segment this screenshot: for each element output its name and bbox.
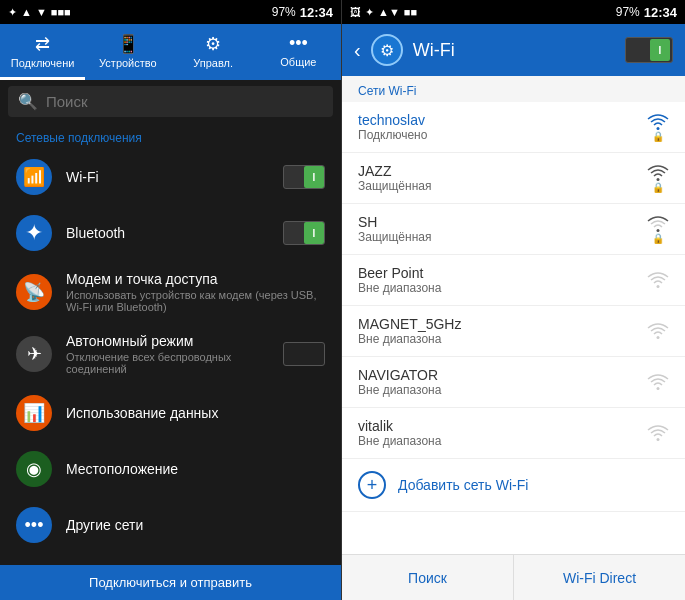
menu-item-bluetooth[interactable]: ✦ Bluetooth I	[0, 205, 341, 261]
tethering-menu-icon: 📡	[16, 274, 52, 310]
battery-text: 97%	[272, 5, 296, 19]
magnet-text: MAGNET_5GHz Вне диапазона	[358, 316, 647, 346]
beer-point-text: Beer Point Вне диапазона	[358, 265, 647, 295]
wifi-network-sh[interactable]: SH Защищённая 🔒	[342, 204, 685, 255]
add-network-label: Добавить сеть Wi-Fi	[398, 477, 528, 493]
wifi-network-navigator[interactable]: NAVIGATOR Вне диапазона	[342, 357, 685, 408]
menu-item-location[interactable]: ◉ Местоположение	[0, 441, 341, 497]
technoslav-signal-icon: 🔒	[647, 113, 669, 142]
svg-point-5	[657, 387, 660, 390]
search-input[interactable]	[46, 93, 323, 110]
data-usage-title: Использование данных	[66, 405, 325, 421]
technoslav-name: technoslav	[358, 112, 647, 128]
vitalik-signal-icon	[647, 424, 669, 442]
back-button[interactable]: ‹	[354, 39, 361, 62]
wifi-main-toggle[interactable]: I	[625, 37, 673, 63]
time-left: 12:34	[300, 5, 333, 20]
wifi-network-technoslav[interactable]: technoslav Подключено 🔒	[342, 102, 685, 153]
tethering-icon: 📡	[23, 281, 45, 303]
tab-connections-label: Подключени	[11, 57, 75, 69]
svg-point-0	[657, 127, 660, 130]
sh-signal-icon: 🔒	[647, 215, 669, 244]
technoslav-text: technoslav Подключено	[358, 112, 647, 142]
wifi-icon: 📶	[23, 166, 45, 188]
menu-item-tethering[interactable]: 📡 Модем и точка доступа Использовать уст…	[0, 261, 341, 323]
wifi-settings-icon: ⚙	[371, 34, 403, 66]
magnet-status: Вне диапазона	[358, 332, 647, 346]
wifi-toggle-knob: I	[304, 166, 324, 188]
wifi-title: Wi-Fi	[66, 169, 269, 185]
bluetooth-status-icon: ✦	[8, 6, 17, 19]
bottom-bar-left[interactable]: Подключиться и отправить	[0, 565, 341, 600]
wifi-network-beer-point[interactable]: Beer Point Вне диапазона	[342, 255, 685, 306]
tab-manage[interactable]: ⚙ Управл.	[171, 24, 256, 80]
right-bt-icon: ✦	[365, 6, 374, 19]
svg-point-4	[657, 336, 660, 339]
data-usage-menu-text: Использование данных	[66, 405, 325, 421]
right-wifi-icon: ▲▼	[378, 6, 400, 19]
location-menu-icon: ◉	[16, 451, 52, 487]
wifi-toggle[interactable]: I	[283, 165, 325, 189]
menu-item-wifi[interactable]: 📶 Wi-Fi I	[0, 149, 341, 205]
jazz-signal-icon: 🔒	[647, 164, 669, 193]
left-status-bar: ✦ ▲ ▼ ■■■ 97% 12:34	[0, 0, 341, 24]
technoslav-status: Подключено	[358, 128, 647, 142]
right-panel: 🖼 ✦ ▲▼ ■■ 97% 12:34 ‹ ⚙ Wi-Fi I Сети Wi-…	[342, 0, 685, 600]
svg-point-1	[657, 178, 660, 181]
bluetooth-toggle[interactable]: I	[283, 221, 325, 245]
tab-connections[interactable]: ⇄ Подключени	[0, 24, 85, 80]
wifi-network-vitalik[interactable]: vitalik Вне диапазона	[342, 408, 685, 459]
bluetooth-menu-text: Bluetooth	[66, 225, 269, 241]
airplane-menu-text: Автономный режим Отключение всех беспров…	[66, 333, 269, 375]
tab-bar: ⇄ Подключени 📱 Устройство ⚙ Управл. ••• …	[0, 24, 341, 80]
device-icon: 📱	[117, 33, 139, 55]
vitalik-status: Вне диапазона	[358, 434, 647, 448]
lock-icon-sh: 🔒	[652, 233, 664, 244]
bluetooth-icon: ✦	[25, 220, 43, 246]
vitalik-name: vitalik	[358, 418, 647, 434]
right-signal-icon: ■■	[404, 6, 417, 19]
tab-manage-label: Управл.	[193, 57, 233, 69]
sh-name: SH	[358, 214, 647, 230]
menu-item-other-networks[interactable]: ••• Другие сети	[0, 497, 341, 553]
search-button[interactable]: Поиск	[342, 555, 514, 600]
navigator-text: NAVIGATOR Вне диапазона	[358, 367, 647, 397]
airplane-toggle[interactable]	[283, 342, 325, 366]
magnet-name: MAGNET_5GHz	[358, 316, 647, 332]
magnet-signal-icon	[647, 322, 669, 340]
wifi-direct-button[interactable]: Wi-Fi Direct	[514, 555, 685, 600]
signal-icon: ■■■	[51, 6, 71, 18]
bluetooth-toggle-knob: I	[304, 222, 324, 244]
lock-icon-technoslav: 🔒	[652, 131, 664, 142]
toggle-knob: I	[650, 39, 670, 61]
sh-status: Защищённая	[358, 230, 647, 244]
tab-device[interactable]: 📱 Устройство	[85, 24, 170, 80]
bottom-bar-label: Подключиться и отправить	[89, 575, 252, 590]
location-title: Местоположение	[66, 461, 325, 477]
wifi-status-icon: ▲	[21, 6, 32, 18]
svg-point-2	[657, 229, 660, 232]
location-icon: ◉	[26, 458, 42, 480]
connections-icon: ⇄	[35, 33, 50, 55]
jazz-text: JAZZ Защищённая	[358, 163, 647, 193]
tethering-subtitle: Использовать устройство как модем (через…	[66, 289, 325, 313]
airplane-menu-icon: ✈	[16, 336, 52, 372]
add-network-button[interactable]: + Добавить сеть Wi-Fi	[342, 459, 685, 512]
general-icon: •••	[289, 33, 308, 54]
navigator-status: Вне диапазона	[358, 383, 647, 397]
bluetooth-menu-icon: ✦	[16, 215, 52, 251]
gear-icon: ⚙	[380, 41, 394, 60]
tab-general[interactable]: ••• Общие	[256, 24, 341, 80]
sh-text: SH Защищённая	[358, 214, 647, 244]
right-image-icon: 🖼	[350, 6, 361, 19]
bottom-buttons-right: Поиск Wi-Fi Direct	[342, 554, 685, 600]
tab-general-label: Общие	[280, 56, 316, 68]
jazz-name: JAZZ	[358, 163, 647, 179]
other-networks-text: Другие сети	[66, 517, 325, 533]
wifi-network-jazz[interactable]: JAZZ Защищённая 🔒	[342, 153, 685, 204]
manage-icon: ⚙	[205, 33, 221, 55]
wifi-network-magnet[interactable]: MAGNET_5GHz Вне диапазона	[342, 306, 685, 357]
vitalik-text: vitalik Вне диапазона	[358, 418, 647, 448]
menu-item-data-usage[interactable]: 📊 Использование данных	[0, 385, 341, 441]
menu-item-airplane[interactable]: ✈ Автономный режим Отключение всех беспр…	[0, 323, 341, 385]
